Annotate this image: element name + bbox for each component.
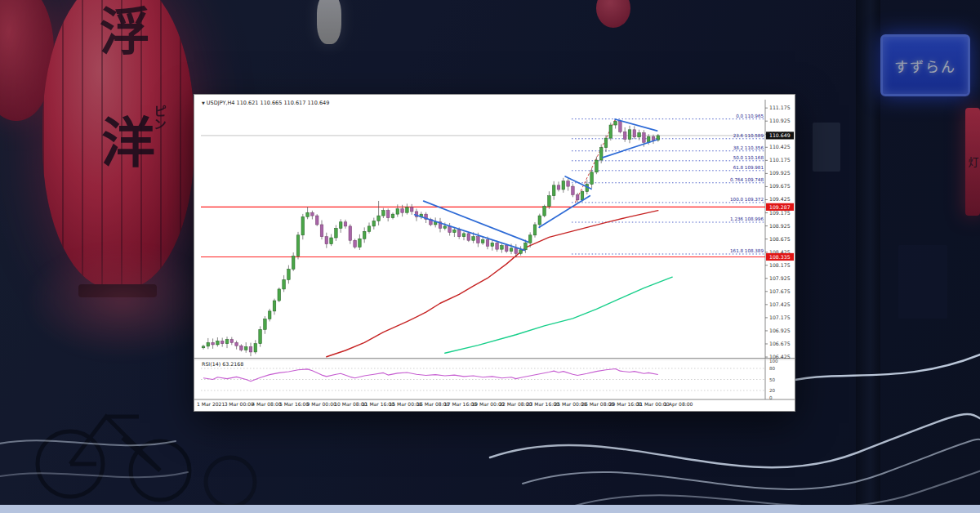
svg-text:111.175: 111.175 (769, 105, 791, 110)
bottom-blue-strip (0, 505, 980, 513)
page: { "background": { "lantern_char_top": "浮… (0, 0, 980, 513)
mt4-chart-panel: 111.175110.925110.675110.425110.175109.9… (194, 94, 795, 412)
ma-fast-green (445, 277, 672, 353)
chart-frame (194, 100, 795, 399)
svg-text:109.287: 109.287 (769, 204, 791, 210)
svg-text:108.925: 108.925 (769, 223, 791, 229)
candlestick-series (202, 119, 659, 356)
time-axis: 1 Mar 20213 Mar 00:004 Mar 08:005 Mar 16… (197, 401, 693, 408)
svg-text:109.925: 109.925 (769, 170, 791, 176)
svg-text:38.2 110.356: 38.2 110.356 (733, 145, 764, 150)
support-resistance-lines: 109.287108.335 (201, 203, 794, 261)
svg-text:1 Apr 08:00: 1 Apr 08:00 (664, 401, 693, 408)
svg-text:80: 80 (769, 366, 776, 371)
svg-text:107.175: 107.175 (769, 314, 791, 320)
svg-text:100.0 109.372: 100.0 109.372 (730, 197, 764, 202)
svg-text:61.8 109.981: 61.8 109.981 (733, 165, 764, 170)
rsi-indicator-label: RSI(14) 63.2168 (202, 361, 243, 367)
svg-text:110.175: 110.175 (769, 157, 791, 163)
svg-text:20: 20 (769, 388, 776, 393)
svg-text:5 Mar 16:00: 5 Mar 16:00 (279, 401, 309, 407)
svg-text:106.925: 106.925 (769, 328, 791, 333)
svg-text:3 Mar 00:00: 3 Mar 00:00 (225, 401, 254, 407)
svg-text:9 Mar 00:00: 9 Mar 00:00 (307, 401, 336, 407)
chart-canvas: 111.175110.925110.675110.425110.175109.9… (194, 95, 795, 411)
svg-text:50.0 110.168: 50.0 110.168 (733, 155, 764, 160)
svg-text:107.675: 107.675 (769, 288, 791, 294)
svg-text:108.335: 108.335 (769, 254, 791, 260)
svg-text:0: 0 (769, 395, 773, 400)
svg-text:100: 100 (769, 359, 778, 364)
svg-text:50: 50 (769, 377, 776, 382)
svg-text:106.675: 106.675 (769, 341, 791, 346)
svg-text:4 Mar 08:00: 4 Mar 08:00 (252, 401, 281, 407)
svg-text:161.8 108.389: 161.8 108.389 (730, 248, 764, 253)
svg-text:110.649: 110.649 (769, 132, 791, 138)
svg-text:108.675: 108.675 (769, 236, 791, 242)
svg-text:110.425: 110.425 (769, 144, 791, 149)
svg-text:23.6 110.589: 23.6 110.589 (733, 133, 764, 138)
svg-text:1.236 108.996: 1.236 108.996 (730, 216, 764, 221)
svg-text:0.0 110.965: 0.0 110.965 (736, 114, 764, 118)
chart-title: ▼USDJPY,H4 110.621 110.665 110.617 110.6… (202, 100, 329, 106)
svg-text:108.175: 108.175 (769, 262, 791, 268)
svg-text:107.425: 107.425 (769, 301, 791, 307)
rsi-pane: 1008050200 (201, 359, 778, 400)
svg-text:109.675: 109.675 (769, 183, 791, 189)
svg-text:109.425: 109.425 (769, 196, 791, 202)
current-price-marker: 110.649 (201, 132, 794, 139)
ma-slow-red (327, 211, 658, 357)
svg-text:0.764 109.748: 0.764 109.748 (730, 177, 764, 182)
fibonacci-retracement: 0.0 110.96523.6 110.58938.2 110.35650.0 … (572, 114, 765, 254)
svg-text:110.925: 110.925 (769, 118, 791, 123)
svg-text:1 Mar 2021: 1 Mar 2021 (197, 401, 225, 407)
chart-title-text: USDJPY,H4 110.621 110.665 110.617 110.64… (207, 100, 329, 106)
svg-text:107.925: 107.925 (769, 275, 791, 281)
price-axis: 111.175110.925110.675110.425110.175109.9… (765, 105, 791, 359)
dropdown-triangle-icon: ▼ (202, 100, 205, 105)
